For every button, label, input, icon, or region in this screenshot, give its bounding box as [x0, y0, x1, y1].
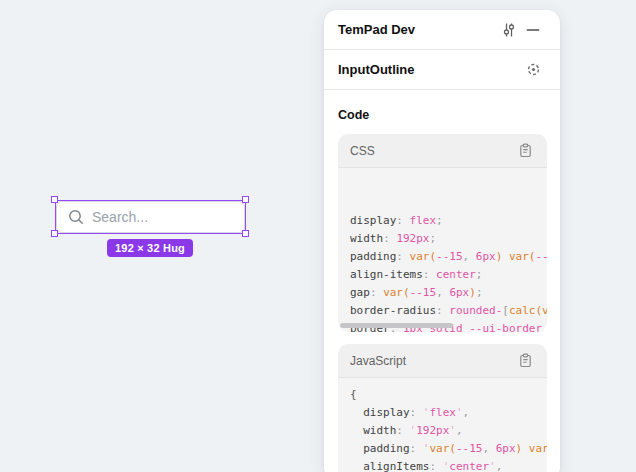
code-line: display: flex;: [350, 212, 547, 230]
minimize-button[interactable]: [521, 18, 545, 42]
selection-handle-top-left[interactable]: [51, 196, 58, 203]
selection-handle-bottom-right[interactable]: [242, 230, 249, 237]
search-placeholder: Search...: [92, 209, 148, 225]
code-line: gap: var(--15, 6px);: [350, 284, 547, 302]
javascript-block-label: JavaScript: [350, 354, 406, 368]
search-icon: [67, 208, 85, 226]
css-block-header: CSS: [338, 134, 547, 168]
code-line: {: [350, 386, 547, 404]
javascript-code-block: JavaScript { display: 'flex', width: '19…: [338, 344, 547, 472]
code-line: display: 'flex',: [350, 404, 547, 422]
code-line: width: 192px;: [350, 230, 547, 248]
javascript-block-header: JavaScript: [338, 344, 547, 378]
css-block-label: CSS: [350, 144, 375, 158]
clipboard-icon: [518, 143, 533, 158]
selection-handle-top-right[interactable]: [242, 196, 249, 203]
code-section-title: Code: [338, 108, 560, 122]
crosshair-icon: [526, 62, 541, 77]
code-blocks: CSS display: flex;width: 192px;padding: …: [324, 134, 560, 472]
search-input[interactable]: Search...: [56, 201, 245, 233]
selection-handle-bottom-left[interactable]: [51, 230, 58, 237]
clipboard-icon: [518, 353, 533, 368]
preferences-button[interactable]: [497, 18, 521, 42]
code-line: padding: 'var(--15, 6px) var(--15, 6px)'…: [350, 440, 547, 458]
panel-header: TemPad Dev: [324, 10, 560, 50]
sliders-icon: [501, 22, 517, 38]
code-line: align-items: center;: [350, 266, 547, 284]
horizontal-scrollbar-thumb[interactable]: [340, 323, 453, 328]
javascript-code: { display: 'flex', width: '192px', paddi…: [338, 378, 547, 472]
locate-button[interactable]: [521, 58, 545, 82]
size-badge: 192 × 32 Hug: [107, 239, 193, 257]
component-name: InputOutline: [338, 62, 415, 77]
css-code: display: flex;width: 192px;padding: var(…: [338, 168, 547, 332]
copy-javascript-button[interactable]: [513, 349, 537, 373]
code-line: border-radius: rounded-[calc(var(--radiu…: [350, 302, 547, 320]
css-code-block: CSS display: flex;width: 192px;padding: …: [338, 134, 547, 332]
code-line: width: '192px',: [350, 422, 547, 440]
selected-component-row: InputOutline: [324, 50, 560, 90]
tempad-dev-panel: TemPad Dev InputOutline Code: [324, 10, 560, 472]
panel-title: TemPad Dev: [338, 22, 415, 37]
code-line: padding: var(--15, 6px) var(--15, 6px);: [350, 248, 547, 266]
copy-css-button[interactable]: [513, 139, 537, 163]
minus-icon: [526, 23, 540, 37]
code-line: alignItems: 'center',: [350, 458, 547, 472]
